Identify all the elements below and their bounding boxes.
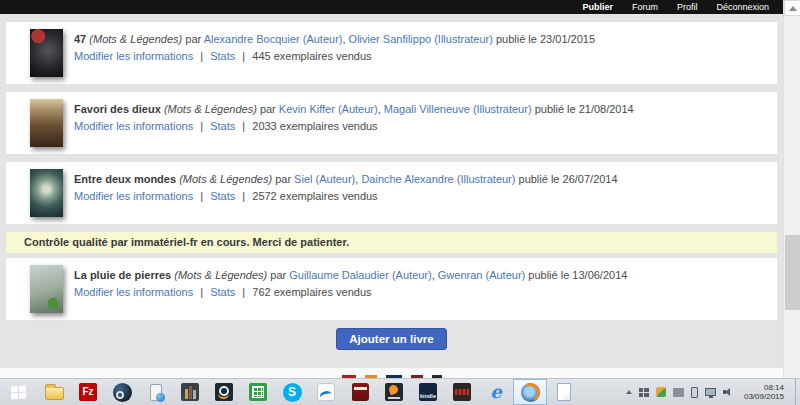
show-hidden-icons-arrow[interactable] [626, 390, 632, 394]
book-cover-thumbnail [30, 99, 63, 147]
book-cover-thumbnail [30, 169, 63, 217]
published-date: publié le 13/06/2014 [528, 269, 627, 281]
author-link[interactable]: Alexandre Bocquier (Auteur) [204, 33, 343, 45]
by-label: par [270, 269, 286, 281]
add-book-button[interactable]: Ajouter un livre [336, 328, 446, 350]
scrollbar-up-button[interactable] [784, 0, 800, 16]
tray-app-icon[interactable] [656, 387, 666, 397]
published-date: publié le 21/08/2014 [535, 103, 634, 115]
book-cover-thumbnail [30, 265, 63, 313]
nav-profil[interactable]: Profil [677, 0, 698, 14]
by-label: par [260, 103, 276, 115]
footer-strip [0, 368, 783, 378]
book-series: (Mots & Légendes) [174, 269, 267, 281]
separator: | [200, 50, 203, 62]
top-nav: Publier Forum Profil Déconnexion [0, 0, 783, 14]
author-link[interactable]: Siel (Auteur) [294, 173, 355, 185]
book-series: (Mots & Légendes) [89, 33, 182, 45]
taskbar-mobi-tool[interactable] [445, 379, 479, 405]
book-row: La pluie de pierres (Mots & Légendes) pa… [6, 258, 777, 320]
book-cover-thumbnail [30, 29, 63, 77]
nav-forum[interactable]: Forum [632, 0, 658, 14]
illustrator-link[interactable]: Olivier Sanfilippo (Illustrateur) [349, 33, 493, 45]
notepad-icon [557, 383, 571, 401]
book-title: 47 [74, 33, 86, 45]
taskbar-internet-explorer[interactable]: e [479, 379, 513, 405]
author-link[interactable]: Gwenran (Auteur) [438, 269, 525, 281]
stats-link[interactable]: Stats [210, 120, 235, 132]
separator: | [200, 286, 203, 298]
kindle-icon: kindle [419, 383, 437, 401]
filezilla-icon: Fz [79, 383, 97, 401]
book-info: 47 (Mots & Légendes) par Alexandre Bocqu… [74, 29, 595, 77]
book-title: La pluie de pierres [74, 269, 171, 281]
book-info: Entre deux mondes (Mots & Légendes) par … [74, 169, 618, 217]
edit-info-link[interactable]: Modifier les informations [74, 286, 193, 298]
copies-sold: 2572 exemplaires vendus [252, 190, 377, 202]
book-row: 47 (Mots & Légendes) par Alexandre Bocqu… [6, 22, 777, 84]
stats-link[interactable]: Stats [210, 190, 235, 202]
separator: | [242, 50, 245, 62]
edit-info-link[interactable]: Modifier les informations [74, 190, 193, 202]
taskbar-file-explorer[interactable] [37, 379, 71, 405]
taskbar-kindle-previewer[interactable] [377, 379, 411, 405]
nav-deconnexion[interactable]: Déconnexion [716, 0, 769, 14]
author-separator: , [342, 33, 345, 45]
taskbar-spreadsheet[interactable] [241, 379, 275, 405]
book-info: La pluie de pierres (Mots & Légendes) pa… [74, 265, 627, 313]
taskbar-filezilla[interactable]: Fz [71, 379, 105, 405]
taskbar-skype[interactable]: S [275, 379, 309, 405]
volume-icon[interactable] [723, 387, 733, 397]
copies-sold: 762 exemplaires vendus [252, 286, 371, 298]
book-series: (Mots & Légendes) [164, 103, 257, 115]
spreadsheet-icon [249, 383, 267, 401]
mobi-tool-icon [453, 383, 471, 401]
system-tray: 08:14 03/09/2015 [620, 379, 800, 405]
taskbar-ebook-device[interactable] [139, 379, 173, 405]
tray-device-icon[interactable] [691, 387, 698, 398]
red-ebook-icon [352, 383, 369, 401]
windows-logo-icon [11, 385, 26, 399]
stats-link[interactable]: Stats [210, 286, 235, 298]
stats-link[interactable]: Stats [210, 50, 235, 62]
kindle-previewer-icon [385, 383, 403, 401]
taskbar-kindle[interactable]: kindle [411, 379, 445, 405]
taskbar-notepad[interactable] [547, 379, 581, 405]
network-icon[interactable] [705, 388, 716, 396]
nav-publier[interactable]: Publier [582, 0, 613, 14]
illustrator-link[interactable]: Magali Villeneuve (Illustrateur) [384, 103, 532, 115]
taskbar-red-ebook[interactable] [343, 379, 377, 405]
ereader-device-icon [150, 384, 162, 401]
taskbar-firefox[interactable] [513, 379, 547, 405]
clock-time: 08:14 [744, 383, 784, 392]
amazon-search-icon [215, 383, 233, 401]
separator: | [242, 286, 245, 298]
chevron-up-icon [789, 6, 797, 11]
author-link[interactable]: Kevin Kiffer (Auteur) [279, 103, 378, 115]
taskbar-amazon-search[interactable] [207, 379, 241, 405]
scrollbar-thumb[interactable] [785, 235, 800, 310]
book-library-icon [181, 383, 199, 401]
author-separator: , [355, 173, 358, 185]
show-desktop-button[interactable] [795, 379, 800, 405]
firefox-icon [521, 383, 540, 402]
scrollbar[interactable] [783, 0, 800, 378]
steam-icon [113, 383, 132, 402]
edit-info-link[interactable]: Modifier les informations [74, 50, 193, 62]
taskbar-openoffice[interactable] [309, 379, 343, 405]
add-book-row: Ajouter un livre [0, 328, 783, 350]
tray-utility-icon[interactable] [673, 388, 684, 397]
by-label: par [185, 33, 201, 45]
published-date: publié le 26/07/2014 [519, 173, 618, 185]
taskbar-steam[interactable] [105, 379, 139, 405]
skype-icon: S [283, 383, 302, 402]
clock-date: 03/09/2015 [744, 392, 784, 401]
action-center-icon[interactable] [639, 388, 649, 397]
illustrator-link[interactable]: Dainche Alexandre (Illustrateur) [361, 173, 515, 185]
book-list-page: 47 (Mots & Légendes) par Alexandre Bocqu… [0, 14, 783, 378]
start-button[interactable] [0, 379, 37, 405]
taskbar-book-library[interactable] [173, 379, 207, 405]
taskbar-clock[interactable]: 08:14 03/09/2015 [744, 383, 784, 401]
edit-info-link[interactable]: Modifier les informations [74, 120, 193, 132]
author-link[interactable]: Guillaume Dalaudier (Auteur) [289, 269, 431, 281]
